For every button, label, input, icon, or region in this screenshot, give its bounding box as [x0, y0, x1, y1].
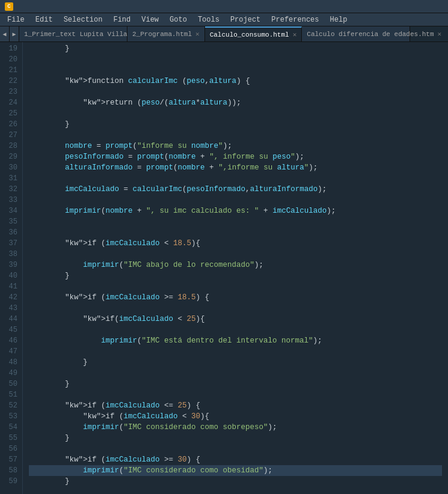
tab-close-2[interactable]: ✕ — [293, 31, 297, 38]
line-number: 46 — [5, 335, 17, 346]
line-number: 55 — [5, 433, 17, 444]
tab-2[interactable]: Calculo_consumo.html✕ — [205, 26, 302, 41]
menu-item-goto[interactable]: Goto — [165, 14, 192, 25]
code-line — [29, 389, 442, 400]
tab-label: Calculo_consumo.html — [210, 31, 289, 38]
menu-item-edit[interactable]: Edit — [31, 14, 58, 25]
menu-item-file[interactable]: File — [2, 14, 29, 25]
line-number: 33 — [5, 195, 17, 206]
line-number: 36 — [5, 227, 17, 238]
code-line — [29, 368, 442, 379]
code-line: imprimir("IMC considerado como sobrepeso… — [29, 422, 442, 433]
menu-item-find[interactable]: Find — [108, 14, 135, 25]
code-line: } — [29, 119, 442, 130]
code-line — [29, 108, 442, 119]
code-line — [29, 173, 442, 184]
line-number: 38 — [5, 249, 17, 260]
code-line: "kw">if (imcCalculado < 30){ — [29, 411, 442, 422]
line-number: 44 — [5, 314, 17, 325]
tab-prev-arrow[interactable]: ◀ — [0, 26, 10, 41]
line-number: 25 — [5, 108, 17, 119]
code-line: imcCalculado = calcularImc(pesoInformado… — [29, 184, 442, 195]
menu-bar: FileEditSelectionFindViewGotoToolsProjec… — [0, 13, 448, 26]
code-line: "kw">function calcularImc (peso,altura) … — [29, 76, 442, 87]
line-numbers: 1920212223242526272829303132333435363738… — [0, 42, 23, 494]
line-number: 59 — [5, 476, 17, 487]
menu-item-help[interactable]: Help — [325, 14, 352, 25]
code-line: "kw">if(imcCalculado < 25){ — [29, 314, 442, 325]
tab-label: 2_Programa.html — [132, 31, 192, 38]
tab-0[interactable]: 1_Primer_text Lupita Villa J.html✕ — [19, 26, 127, 41]
line-number: 23 — [5, 87, 17, 97]
code-line: } — [29, 270, 442, 281]
menu-item-project[interactable]: Project — [226, 14, 265, 25]
line-number: 27 — [5, 130, 17, 141]
line-number: 35 — [5, 216, 17, 227]
line-number: 43 — [5, 303, 17, 314]
line-number: 54 — [5, 422, 17, 433]
tab-next-arrow[interactable]: ▶ — [10, 26, 19, 41]
code-line: imprimir("IMC abajo de lo recomendado"); — [29, 260, 442, 270]
code-line: } — [29, 476, 442, 487]
line-number: 47 — [5, 346, 17, 357]
menu-item-selection[interactable]: Selection — [59, 14, 108, 25]
line-number: 30 — [5, 162, 17, 173]
menu-item-view[interactable]: View — [137, 14, 164, 25]
line-number: 28 — [5, 141, 17, 151]
code-line — [29, 130, 442, 141]
tab-label: Calculo diferencia de edades.htm — [307, 31, 434, 38]
line-number: 21 — [5, 65, 17, 76]
line-number: 52 — [5, 400, 17, 411]
line-number: 20 — [5, 54, 17, 65]
code-line — [29, 216, 442, 227]
code-line: alturaInformado = prompt(nombre + ",info… — [29, 162, 442, 173]
tab-1[interactable]: 2_Programa.html✕ — [127, 26, 205, 41]
line-number: 51 — [5, 389, 17, 400]
line-number: 34 — [5, 206, 17, 216]
code-line — [29, 281, 442, 292]
code-line — [29, 195, 442, 206]
code-line: } — [29, 357, 442, 368]
code-line: imprimir("IMC está dentro del intervalo … — [29, 335, 442, 346]
tab-close-3[interactable]: ✕ — [438, 30, 442, 38]
code-line: } — [29, 433, 442, 444]
code-line: } — [29, 43, 442, 54]
code-line: } — [29, 379, 442, 389]
line-number: 29 — [5, 151, 17, 162]
tab-close-1[interactable]: ✕ — [195, 30, 200, 38]
code-line — [29, 65, 442, 76]
line-number: 26 — [5, 119, 17, 130]
line-number: 45 — [5, 325, 17, 335]
code-line: "kw">if (imcCalculado <= 25) { — [29, 400, 442, 411]
code-line — [29, 303, 442, 314]
code-line — [29, 325, 442, 335]
code-line: imprimir(nombre + ", su imc calculado es… — [29, 206, 442, 216]
line-number: 32 — [5, 184, 17, 195]
menu-item-preferences[interactable]: Preferences — [266, 14, 324, 25]
code-line: "kw">if (imcCalculado < 18.5){ — [29, 238, 442, 249]
line-number: 58 — [5, 465, 17, 476]
line-number: 49 — [5, 368, 17, 379]
line-number: 31 — [5, 173, 17, 184]
title-bar: C — [0, 0, 448, 13]
code-line: "kw">return (peso/(altura*altura)); — [29, 97, 442, 108]
line-number: 42 — [5, 292, 17, 303]
line-number: 37 — [5, 238, 17, 249]
code-line — [29, 54, 442, 65]
menu-item-tools[interactable]: Tools — [193, 14, 224, 25]
line-number: 56 — [5, 444, 17, 454]
code-line: pesoInformado = prompt(nombre + ", infor… — [29, 151, 442, 162]
line-number: 50 — [5, 379, 17, 389]
line-number: 22 — [5, 76, 17, 87]
code-line: "kw">if (imcCalculado >= 18.5) { — [29, 292, 442, 303]
tab-3[interactable]: Calculo diferencia de edades.htm✕ — [302, 26, 410, 41]
line-number: 40 — [5, 270, 17, 281]
line-number: 48 — [5, 357, 17, 368]
line-number: 53 — [5, 411, 17, 422]
line-number: 39 — [5, 260, 17, 270]
code-line — [29, 346, 442, 357]
code-line: nombre = prompt("informe su nombre"); — [29, 141, 442, 151]
line-number: 24 — [5, 97, 17, 108]
code-area[interactable]: } "kw">function calcularImc (peso,altura… — [23, 42, 448, 494]
editor: 1920212223242526272829303132333435363738… — [0, 42, 448, 494]
